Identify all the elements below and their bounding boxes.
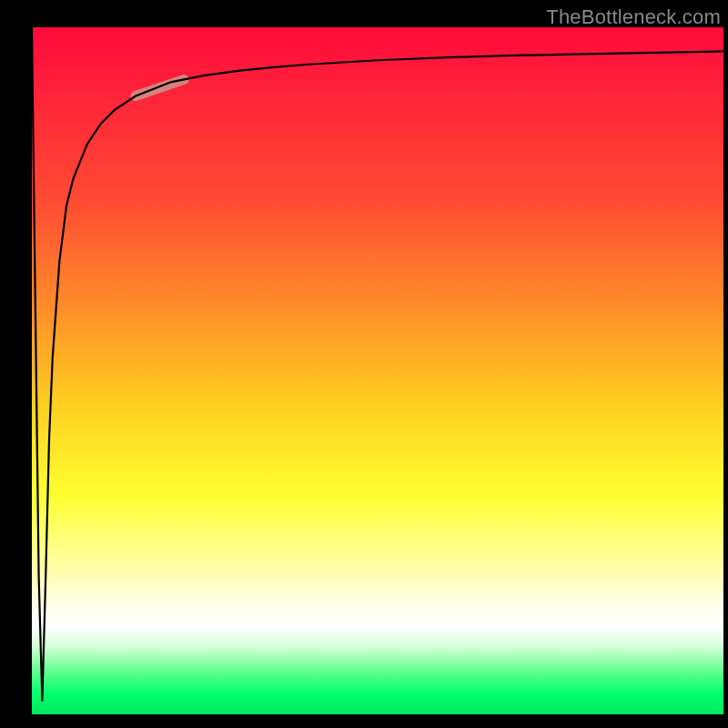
chart-frame: TheBottleneck.com — [0, 0, 728, 728]
curve-layer — [32, 27, 723, 714]
bottleneck-curve — [32, 27, 723, 701]
plot-area — [32, 27, 723, 714]
watermark-text: TheBottleneck.com — [546, 5, 721, 29]
